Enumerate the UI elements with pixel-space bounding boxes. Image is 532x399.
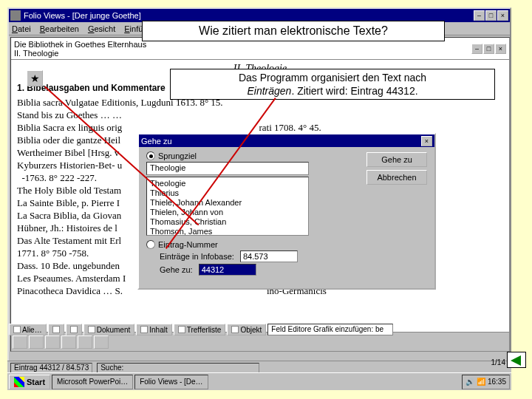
callout-question: Wie zitiert man elektronische Texte? (142, 21, 445, 41)
dialog-title: Gehe zu (141, 137, 172, 146)
system-tray: 🔊 📶 16:35 (462, 375, 510, 389)
tab-hint-field[interactable]: Feld Editore Grafik einzufügen: be (267, 324, 393, 335)
radio-on-icon (146, 151, 155, 160)
start-button[interactable]: Start (9, 375, 50, 389)
list-item[interactable]: Thielen, Johann von (150, 208, 305, 217)
prev-slide-button[interactable] (507, 352, 526, 368)
document-header-text: Die Bibliothek in Goethes ElternhausII. … (14, 40, 146, 58)
tab-bar: Alie…DokumentInhaltTrefferlisteObjektFel… (9, 322, 508, 337)
info-total-row: Einträge in Infobase: 84.573 (160, 250, 414, 262)
tray-icon[interactable]: 📶 (477, 378, 485, 386)
status-entry: Eintrag 44312 / 84.573 (10, 363, 92, 373)
tray-icon[interactable]: 🔊 (466, 378, 474, 386)
toolbar-button[interactable] (13, 335, 27, 349)
toolbar-button[interactable] (61, 335, 76, 349)
taskbar-task[interactable]: Folio Views - [De… (134, 375, 208, 389)
maximize-button[interactable]: □ (485, 10, 497, 21)
tab-button[interactable] (48, 324, 64, 335)
info-total-value: 84.573 (240, 250, 298, 262)
callout-line-1: Das Programm organisiert den Text nach (239, 71, 426, 84)
dialog-close-button[interactable]: × (421, 136, 432, 146)
tab-button[interactable] (66, 324, 82, 335)
tab-button[interactable]: Dokument (83, 324, 135, 335)
toolbar-button[interactable] (45, 335, 60, 349)
status-search: Suche: (97, 363, 259, 373)
callout-line-2: Einträgen. Zitiert wird: Eintrag 44312. (247, 84, 417, 98)
mdi-minimize-button[interactable]: – (471, 44, 482, 54)
info-goto-value: 44312 (199, 264, 256, 276)
callout-explanation: Das Programm organisiert den Text nach E… (170, 69, 495, 100)
list-item[interactable]: Thomson, James (150, 227, 305, 236)
list-item[interactable]: Theologie (150, 179, 305, 188)
goto-button[interactable]: Gehe zu (366, 152, 427, 167)
slide-number: 1/14 (491, 358, 505, 366)
results-list[interactable]: TheologieThieriusThiele, Johann Alexande… (146, 177, 309, 236)
tab-button[interactable]: Trefferliste (174, 324, 226, 335)
taskbar: Start Microsoft PowerPoi…Folio Views - [… (7, 372, 511, 390)
list-item[interactable]: Thierius (150, 188, 305, 198)
tab-button[interactable]: Alie… (9, 324, 47, 335)
windows-icon (14, 377, 24, 387)
star-icon[interactable]: ★ (27, 70, 43, 86)
menu-item[interactable]: Gesicht (88, 24, 115, 33)
clock: 16:35 (488, 378, 506, 386)
menu-item[interactable]: Bearbeiten (40, 24, 79, 33)
dialog-titlebar: Gehe zu × (139, 134, 434, 147)
mdi-close-button[interactable]: × (495, 44, 506, 54)
radio-eintrag-nummer[interactable]: Eintrag-Nummer (146, 240, 427, 249)
toolbar-button[interactable] (29, 335, 44, 349)
taskbar-task[interactable]: Microsoft PowerPoi… (52, 375, 133, 389)
menu-item[interactable]: Datei (12, 24, 31, 33)
list-item[interactable]: Thomasius, Christian (150, 217, 305, 227)
info-goto-row: Gehe zu: 44312 (160, 264, 414, 276)
mdi-maximize-button[interactable]: □ (483, 44, 494, 54)
close-button[interactable]: × (497, 10, 508, 21)
tab-button[interactable]: Inhalt (136, 324, 171, 335)
minimize-button[interactable]: – (474, 10, 485, 21)
radio-off-icon (146, 240, 155, 249)
tab-button[interactable]: Objekt (227, 324, 266, 335)
cancel-button[interactable]: Abbrechen (366, 170, 427, 185)
toolbar-button[interactable] (94, 335, 109, 349)
title-text: Folio Views - [Der junge Goethe] (24, 11, 141, 20)
app-icon (10, 10, 21, 21)
toolbar-button[interactable] (78, 335, 92, 349)
